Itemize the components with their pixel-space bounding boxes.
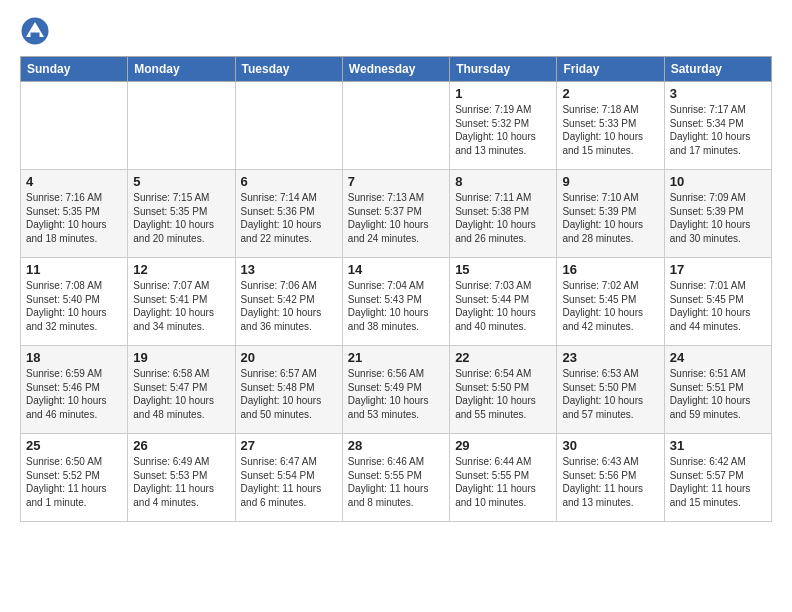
day-header-saturday: Saturday: [664, 57, 771, 82]
day-info: Sunrise: 7:02 AM Sunset: 5:45 PM Dayligh…: [562, 279, 658, 333]
day-info: Sunrise: 6:56 AM Sunset: 5:49 PM Dayligh…: [348, 367, 444, 421]
day-number: 19: [133, 350, 229, 365]
day-info: Sunrise: 6:51 AM Sunset: 5:51 PM Dayligh…: [670, 367, 766, 421]
calendar-cell: 23Sunrise: 6:53 AM Sunset: 5:50 PM Dayli…: [557, 346, 664, 434]
day-header-thursday: Thursday: [450, 57, 557, 82]
day-number: 8: [455, 174, 551, 189]
day-number: 25: [26, 438, 122, 453]
page: SundayMondayTuesdayWednesdayThursdayFrid…: [0, 0, 792, 534]
day-info: Sunrise: 6:42 AM Sunset: 5:57 PM Dayligh…: [670, 455, 766, 509]
day-info: Sunrise: 7:18 AM Sunset: 5:33 PM Dayligh…: [562, 103, 658, 157]
calendar-cell: 19Sunrise: 6:58 AM Sunset: 5:47 PM Dayli…: [128, 346, 235, 434]
day-info: Sunrise: 7:03 AM Sunset: 5:44 PM Dayligh…: [455, 279, 551, 333]
day-info: Sunrise: 7:11 AM Sunset: 5:38 PM Dayligh…: [455, 191, 551, 245]
logo-icon: [20, 16, 50, 46]
calendar-cell: [342, 82, 449, 170]
day-number: 18: [26, 350, 122, 365]
day-info: Sunrise: 7:14 AM Sunset: 5:36 PM Dayligh…: [241, 191, 337, 245]
day-info: Sunrise: 7:09 AM Sunset: 5:39 PM Dayligh…: [670, 191, 766, 245]
calendar-cell: 21Sunrise: 6:56 AM Sunset: 5:49 PM Dayli…: [342, 346, 449, 434]
day-header-friday: Friday: [557, 57, 664, 82]
calendar-cell: 20Sunrise: 6:57 AM Sunset: 5:48 PM Dayli…: [235, 346, 342, 434]
day-info: Sunrise: 6:57 AM Sunset: 5:48 PM Dayligh…: [241, 367, 337, 421]
day-number: 7: [348, 174, 444, 189]
day-number: 3: [670, 86, 766, 101]
day-header-tuesday: Tuesday: [235, 57, 342, 82]
day-number: 22: [455, 350, 551, 365]
calendar-cell: 5Sunrise: 7:15 AM Sunset: 5:35 PM Daylig…: [128, 170, 235, 258]
day-number: 4: [26, 174, 122, 189]
calendar-cell: 9Sunrise: 7:10 AM Sunset: 5:39 PM Daylig…: [557, 170, 664, 258]
calendar-cell: 13Sunrise: 7:06 AM Sunset: 5:42 PM Dayli…: [235, 258, 342, 346]
calendar-cell: 24Sunrise: 6:51 AM Sunset: 5:51 PM Dayli…: [664, 346, 771, 434]
day-number: 24: [670, 350, 766, 365]
calendar-cell: 3Sunrise: 7:17 AM Sunset: 5:34 PM Daylig…: [664, 82, 771, 170]
calendar-cell: 7Sunrise: 7:13 AM Sunset: 5:37 PM Daylig…: [342, 170, 449, 258]
day-number: 17: [670, 262, 766, 277]
day-info: Sunrise: 7:06 AM Sunset: 5:42 PM Dayligh…: [241, 279, 337, 333]
week-row-5: 25Sunrise: 6:50 AM Sunset: 5:52 PM Dayli…: [21, 434, 772, 522]
calendar-header: SundayMondayTuesdayWednesdayThursdayFrid…: [21, 57, 772, 82]
day-number: 5: [133, 174, 229, 189]
day-number: 30: [562, 438, 658, 453]
day-info: Sunrise: 6:43 AM Sunset: 5:56 PM Dayligh…: [562, 455, 658, 509]
day-header-sunday: Sunday: [21, 57, 128, 82]
day-number: 15: [455, 262, 551, 277]
day-number: 26: [133, 438, 229, 453]
day-number: 6: [241, 174, 337, 189]
calendar-cell: 16Sunrise: 7:02 AM Sunset: 5:45 PM Dayli…: [557, 258, 664, 346]
day-info: Sunrise: 6:46 AM Sunset: 5:55 PM Dayligh…: [348, 455, 444, 509]
day-info: Sunrise: 7:17 AM Sunset: 5:34 PM Dayligh…: [670, 103, 766, 157]
day-info: Sunrise: 6:44 AM Sunset: 5:55 PM Dayligh…: [455, 455, 551, 509]
week-row-1: 1Sunrise: 7:19 AM Sunset: 5:32 PM Daylig…: [21, 82, 772, 170]
day-number: 29: [455, 438, 551, 453]
calendar-body: 1Sunrise: 7:19 AM Sunset: 5:32 PM Daylig…: [21, 82, 772, 522]
day-number: 21: [348, 350, 444, 365]
week-row-4: 18Sunrise: 6:59 AM Sunset: 5:46 PM Dayli…: [21, 346, 772, 434]
day-number: 27: [241, 438, 337, 453]
header: [20, 16, 772, 46]
day-number: 14: [348, 262, 444, 277]
calendar-cell: 29Sunrise: 6:44 AM Sunset: 5:55 PM Dayli…: [450, 434, 557, 522]
calendar-cell: 26Sunrise: 6:49 AM Sunset: 5:53 PM Dayli…: [128, 434, 235, 522]
calendar-cell: 15Sunrise: 7:03 AM Sunset: 5:44 PM Dayli…: [450, 258, 557, 346]
calendar-cell: 14Sunrise: 7:04 AM Sunset: 5:43 PM Dayli…: [342, 258, 449, 346]
calendar-cell: 27Sunrise: 6:47 AM Sunset: 5:54 PM Dayli…: [235, 434, 342, 522]
day-number: 2: [562, 86, 658, 101]
day-info: Sunrise: 6:47 AM Sunset: 5:54 PM Dayligh…: [241, 455, 337, 509]
header-row: SundayMondayTuesdayWednesdayThursdayFrid…: [21, 57, 772, 82]
day-info: Sunrise: 6:53 AM Sunset: 5:50 PM Dayligh…: [562, 367, 658, 421]
calendar-cell: 28Sunrise: 6:46 AM Sunset: 5:55 PM Dayli…: [342, 434, 449, 522]
day-info: Sunrise: 6:58 AM Sunset: 5:47 PM Dayligh…: [133, 367, 229, 421]
day-info: Sunrise: 7:13 AM Sunset: 5:37 PM Dayligh…: [348, 191, 444, 245]
day-number: 20: [241, 350, 337, 365]
day-info: Sunrise: 7:04 AM Sunset: 5:43 PM Dayligh…: [348, 279, 444, 333]
calendar-cell: 25Sunrise: 6:50 AM Sunset: 5:52 PM Dayli…: [21, 434, 128, 522]
day-info: Sunrise: 6:49 AM Sunset: 5:53 PM Dayligh…: [133, 455, 229, 509]
calendar-cell: [21, 82, 128, 170]
day-number: 23: [562, 350, 658, 365]
day-info: Sunrise: 7:01 AM Sunset: 5:45 PM Dayligh…: [670, 279, 766, 333]
day-info: Sunrise: 7:15 AM Sunset: 5:35 PM Dayligh…: [133, 191, 229, 245]
week-row-3: 11Sunrise: 7:08 AM Sunset: 5:40 PM Dayli…: [21, 258, 772, 346]
day-number: 16: [562, 262, 658, 277]
calendar-cell: [235, 82, 342, 170]
calendar-cell: 10Sunrise: 7:09 AM Sunset: 5:39 PM Dayli…: [664, 170, 771, 258]
svg-rect-2: [31, 33, 40, 38]
calendar-cell: 31Sunrise: 6:42 AM Sunset: 5:57 PM Dayli…: [664, 434, 771, 522]
calendar-table: SundayMondayTuesdayWednesdayThursdayFrid…: [20, 56, 772, 522]
calendar-cell: 6Sunrise: 7:14 AM Sunset: 5:36 PM Daylig…: [235, 170, 342, 258]
calendar-cell: 22Sunrise: 6:54 AM Sunset: 5:50 PM Dayli…: [450, 346, 557, 434]
day-number: 31: [670, 438, 766, 453]
calendar-cell: 8Sunrise: 7:11 AM Sunset: 5:38 PM Daylig…: [450, 170, 557, 258]
day-info: Sunrise: 7:10 AM Sunset: 5:39 PM Dayligh…: [562, 191, 658, 245]
calendar-cell: 30Sunrise: 6:43 AM Sunset: 5:56 PM Dayli…: [557, 434, 664, 522]
day-info: Sunrise: 7:19 AM Sunset: 5:32 PM Dayligh…: [455, 103, 551, 157]
day-number: 9: [562, 174, 658, 189]
day-info: Sunrise: 6:59 AM Sunset: 5:46 PM Dayligh…: [26, 367, 122, 421]
day-info: Sunrise: 7:16 AM Sunset: 5:35 PM Dayligh…: [26, 191, 122, 245]
week-row-2: 4Sunrise: 7:16 AM Sunset: 5:35 PM Daylig…: [21, 170, 772, 258]
day-info: Sunrise: 7:08 AM Sunset: 5:40 PM Dayligh…: [26, 279, 122, 333]
calendar-cell: 17Sunrise: 7:01 AM Sunset: 5:45 PM Dayli…: [664, 258, 771, 346]
calendar-cell: [128, 82, 235, 170]
